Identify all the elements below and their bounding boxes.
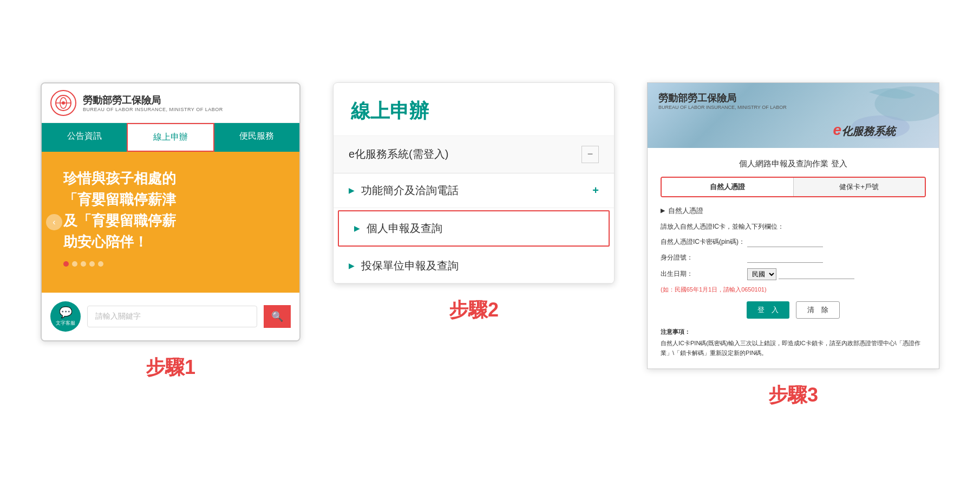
tab-natural-cert[interactable]: 自然人憑證 — [662, 178, 794, 196]
dot-1 — [63, 261, 69, 267]
step3-panel: 勞動部勞工保險局 BUREAU OF LABOR INSURANCE, MINI… — [647, 82, 939, 370]
dot-5 — [98, 261, 103, 267]
login-tabs-wrapper: 自然人憑證 健保卡+戶號 — [661, 177, 926, 197]
menu-item-personal-query[interactable]: ▶ 個人申報及查詢 — [338, 210, 610, 247]
nav-item-online-apply[interactable]: 線上申辦 — [127, 123, 214, 152]
sub-section-title: ▶ 自然人憑證 — [661, 206, 926, 216]
clear-button[interactable]: 清 除 — [796, 301, 840, 319]
e-logo: e化服務系統 — [833, 119, 896, 139]
form-info-label: 請放入自然人憑證IC卡，並輸入下列欄位： — [661, 222, 784, 231]
banner-prev-arrow[interactable]: ‹ — [46, 214, 62, 230]
id-input[interactable] — [747, 253, 823, 263]
toggle-icon: − — [587, 148, 593, 160]
step2-panel: 線上申辦 e化服務系統(需登入) − ▶ 功能簡介及洽詢電話 + ▶ — [333, 82, 615, 284]
date-hint: (如：民國65年1月1日，請輸入0650101) — [661, 286, 926, 294]
org-name: 勞動部勞工保險局 BUREAU OF LABOR INSURANCE, MINI… — [83, 94, 223, 112]
form-info-row: 請放入自然人憑證IC卡，並輸入下列欄位： — [661, 222, 926, 231]
form-pin-label: 自然人憑證IC卡密碼(pin碼)： — [661, 237, 747, 247]
era-select[interactable]: 民國 — [747, 268, 776, 280]
phone-banner: ‹ 珍惜與孩子相處的 「育嬰留職停薪津 及「育嬰留職停薪 助安心陪伴！ — [42, 152, 299, 293]
form-id-row: 身分證號： — [661, 253, 926, 263]
form-title: 個人網路申報及查詢作業 登入 — [661, 159, 926, 169]
menu-item-employer-query[interactable]: ▶ 投保單位申報及查詢 — [334, 249, 614, 283]
step1-phone: 勞動部勞工保險局 BUREAU OF LABOR INSURANCE, MINI… — [41, 82, 300, 341]
sub-arrow-icon: ▶ — [661, 207, 665, 214]
login-button[interactable]: 登 入 — [747, 301, 789, 319]
banner-text: 珍惜與孩子相處的 「育嬰留職停薪津 及「育嬰留職停薪 助安心陪伴！ — [63, 168, 289, 253]
chat-button[interactable]: 💬 文字客服 — [50, 301, 81, 332]
org-logo — [50, 90, 76, 116]
notice-section: 注意事項： 自然人IC卡PIN碼(既密碼)輸入三次以上錯誤，即造成IC卡鎖卡，請… — [661, 327, 926, 358]
menu-section-title: e化服務系統(需登入) — [349, 147, 448, 161]
phone-header: 勞動部勞工保險局 BUREAU OF LABOR INSURANCE, MINI… — [42, 83, 299, 123]
search-placeholder: 請輸入關鍵字 — [95, 312, 141, 321]
step2-label: 步驟2 — [449, 297, 499, 324]
pin-input[interactable] — [747, 237, 823, 247]
sub-section-text: 自然人憑證 — [668, 206, 703, 216]
chat-label: 文字客服 — [56, 320, 75, 327]
panel3-body: 個人網路申報及查詢作業 登入 自然人憑證 健保卡+戶號 ▶ 自然人憑證 — [648, 148, 939, 369]
menu-item-feature-intro[interactable]: ▶ 功能簡介及洽詢電話 + — [334, 173, 614, 208]
menu-item-text-3: 投保單位申報及查詢 — [361, 259, 459, 273]
notice-title: 注意事項： — [661, 327, 926, 337]
panel-title: 線上申辦 — [334, 83, 614, 136]
dot-2 — [72, 261, 77, 267]
menu-item-text: 功能簡介及洽詢電話 — [361, 183, 459, 198]
steps-container: 勞動部勞工保險局 BUREAU OF LABOR INSURANCE, MINI… — [32, 82, 948, 409]
nav-item-services[interactable]: 便民服務 — [214, 123, 299, 152]
step3-wrapper: 勞動部勞工保險局 BUREAU OF LABOR INSURANCE, MINI… — [647, 82, 939, 409]
form-pin-row: 自然人憑證IC卡密碼(pin碼)： — [661, 237, 926, 247]
dot-4 — [89, 261, 95, 267]
org-main-text: 勞動部勞工保險局 — [83, 94, 223, 107]
form-buttons: 登 入 清 除 — [661, 301, 926, 319]
menu-toggle-button[interactable]: − — [582, 146, 599, 163]
menu-item-text-2: 個人申報及查詢 — [367, 221, 442, 236]
step2-wrapper: 線上申辦 e化服務系統(需登入) − ▶ 功能簡介及洽詢電話 + ▶ — [333, 82, 615, 324]
search-bar: 請輸入關鍵字 — [87, 306, 257, 327]
dot-3 — [81, 261, 86, 267]
tab-health-card[interactable]: 健保卡+戶號 — [794, 178, 925, 196]
menu-arrow-icon-3: ▶ — [349, 261, 355, 270]
svg-point-3 — [62, 101, 65, 105]
banner-dots — [63, 261, 289, 267]
notice-text: 自然人IC卡PIN碼(既密碼)輸入三次以上錯誤，即造成IC卡鎖卡，請至內政部憑證… — [661, 339, 926, 358]
menu-arrow-icon: ▶ — [349, 186, 355, 195]
panel3-header: 勞動部勞工保險局 BUREAU OF LABOR INSURANCE, MINI… — [648, 83, 939, 148]
step1-label: 步驟1 — [146, 354, 195, 381]
step1-wrapper: 勞動部勞工保險局 BUREAU OF LABOR INSURANCE, MINI… — [41, 82, 300, 381]
search-button[interactable]: 🔍 — [264, 305, 291, 328]
org-sub-text: BUREAU OF LABOR INSURANCE, MINISTRY OF L… — [83, 107, 223, 112]
phone-nav: 公告資訊 線上申辦 便民服務 — [42, 123, 299, 152]
step3-label: 步驟3 — [768, 382, 818, 409]
menu-section-header[interactable]: e化服務系統(需登入) − — [334, 136, 614, 173]
nav-item-announcement[interactable]: 公告資訊 — [42, 123, 127, 152]
form-date-label: 出生日期： — [661, 269, 747, 279]
menu-section: e化服務系統(需登入) − ▶ 功能簡介及洽詢電話 + ▶ 個人申報及查詢 — [334, 136, 614, 283]
chat-icon: 💬 — [59, 306, 73, 319]
date-input[interactable] — [779, 269, 854, 279]
form-date-row: 出生日期： 民國 — [661, 268, 926, 280]
expand-icon: + — [592, 184, 599, 197]
phone-bottom: 💬 文字客服 請輸入關鍵字 🔍 — [42, 293, 299, 340]
menu-arrow-icon-2: ▶ — [354, 224, 360, 232]
form-id-label: 身分證號： — [661, 253, 747, 262]
